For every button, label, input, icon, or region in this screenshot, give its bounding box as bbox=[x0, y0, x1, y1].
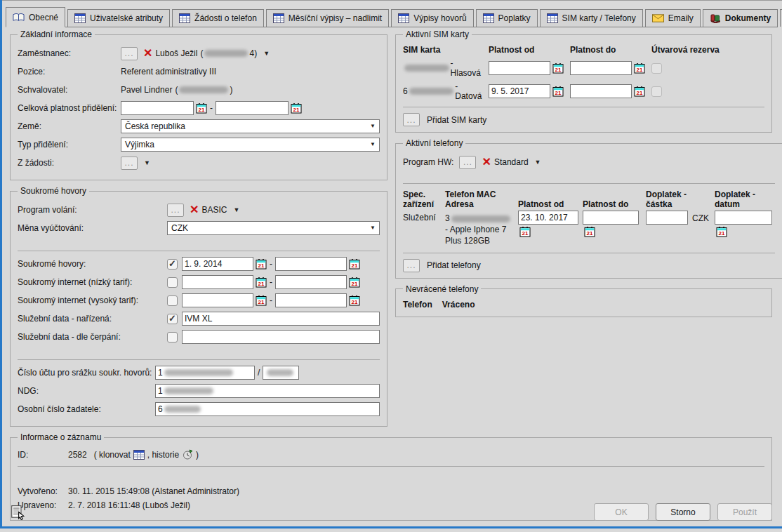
basic-info-section: Základní informace Zaměstnanec: ... ✕ Lu… bbox=[10, 29, 387, 180]
currency-select[interactable]: CZK ▼ bbox=[167, 221, 380, 235]
private-internet-low-to-input[interactable] bbox=[275, 275, 347, 289]
employee-label: Zaměstnanec: bbox=[18, 48, 121, 58]
from-request-dropdown-icon[interactable]: ▼ bbox=[144, 159, 150, 166]
calendar-icon[interactable] bbox=[519, 226, 531, 237]
calendar-icon[interactable] bbox=[256, 295, 267, 306]
personal-number-input[interactable]: 6 bbox=[155, 402, 380, 416]
private-calls-checkbox[interactable] bbox=[167, 259, 178, 270]
divider bbox=[18, 466, 764, 467]
tab-sim-karty-telefony[interactable]: SIM karty / Telefony bbox=[540, 9, 643, 27]
chevron-down-icon: ▼ bbox=[370, 124, 376, 129]
phone-surcharge-input[interactable] bbox=[646, 211, 688, 225]
calendar-icon[interactable] bbox=[716, 226, 727, 237]
hw-program-dropdown-icon[interactable]: ▼ bbox=[535, 159, 541, 166]
private-calls-label: Soukromé hovory: bbox=[18, 259, 167, 269]
account-label: Číslo účtu pro srážku soukr. hovorů: bbox=[18, 368, 155, 378]
call-program-remove-icon[interactable]: ✕ bbox=[190, 204, 199, 215]
employee-picker-button[interactable]: ... bbox=[121, 47, 138, 60]
phone-to-input[interactable] bbox=[583, 211, 639, 225]
document-cursor-icon[interactable] bbox=[10, 505, 25, 520]
tab-poplatky[interactable]: Poplatky bbox=[476, 9, 538, 27]
calendar-icon[interactable] bbox=[584, 226, 595, 237]
history-icon[interactable] bbox=[182, 449, 193, 460]
bank-code-input[interactable] bbox=[263, 366, 299, 380]
tab-uzivatelske-atributy[interactable]: Uživatelské atributy bbox=[67, 9, 170, 27]
employee-remove-icon[interactable]: ✕ bbox=[143, 48, 152, 59]
tab-zadosti-o-telefon[interactable]: Žádosti o telefon bbox=[172, 9, 264, 27]
private-calls-from-input[interactable] bbox=[182, 257, 253, 271]
personal-number-label: Osobní číslo žadatele: bbox=[18, 404, 155, 414]
assignment-type-label: Typ přidělení: bbox=[18, 140, 121, 149]
call-program-dropdown-icon[interactable]: ▼ bbox=[233, 206, 239, 213]
table-icon bbox=[547, 13, 558, 23]
calendar-icon[interactable] bbox=[349, 277, 360, 288]
mandatory-data-label: Služební data - nařízená: bbox=[18, 314, 167, 324]
add-phone-button[interactable]: ... bbox=[403, 259, 420, 272]
sim-from-input[interactable] bbox=[489, 61, 550, 75]
cancel-button[interactable]: Storno bbox=[656, 503, 710, 521]
phone-col-spec: Spec. zařízení bbox=[403, 189, 444, 211]
phone-surcharge-date-input[interactable] bbox=[715, 211, 772, 225]
tab-label: Dokumenty bbox=[725, 13, 771, 23]
range-separator: - bbox=[270, 277, 272, 287]
tab-dokumenty[interactable]: Dokumenty bbox=[703, 9, 778, 27]
account-number-input[interactable]: 1 bbox=[155, 366, 255, 380]
employee-name: Luboš Ježil bbox=[155, 48, 197, 58]
clone-icon[interactable] bbox=[133, 450, 145, 460]
consumption-data-checkbox[interactable] bbox=[167, 332, 178, 343]
calendar-icon[interactable] bbox=[349, 295, 360, 306]
add-sim-button[interactable]: ... bbox=[403, 113, 420, 126]
calendar-icon[interactable] bbox=[291, 102, 302, 114]
calendar-icon[interactable] bbox=[256, 258, 267, 270]
hw-program-remove-icon[interactable]: ✕ bbox=[482, 157, 491, 168]
position-row: Pozice: Referent administrativy III bbox=[18, 65, 380, 79]
tab-mesicni-vypisy[interactable]: Měsíční výpisy – nadlimit bbox=[266, 9, 389, 27]
employee-dropdown-icon[interactable]: ▼ bbox=[263, 50, 270, 57]
hw-program-picker-button[interactable]: ... bbox=[459, 156, 476, 169]
mandatory-data-input[interactable] bbox=[182, 312, 380, 326]
private-internet-high-label: Soukromý internet (vysoký tarif): bbox=[18, 295, 167, 305]
unreturned-phones-headers: Telefon Vráceno bbox=[403, 300, 764, 310]
tab-obecne[interactable]: Obecné bbox=[6, 7, 65, 27]
validity-from-input[interactable] bbox=[121, 101, 194, 115]
add-sim-row: ... Přidat SIM karty bbox=[403, 113, 764, 126]
calendar-icon[interactable] bbox=[634, 86, 645, 97]
ok-button[interactable]: OK bbox=[594, 503, 649, 521]
private-internet-low-from-input[interactable] bbox=[182, 275, 253, 289]
call-program-row: Program volání: ... ✕ BASIC ▼ bbox=[18, 203, 380, 217]
private-internet-high-checkbox[interactable] bbox=[167, 295, 178, 306]
ndg-input[interactable]: 1 bbox=[155, 384, 380, 398]
country-select[interactable]: Česká republika ▼ bbox=[121, 119, 380, 133]
sim-from-input[interactable] bbox=[489, 84, 550, 98]
calendar-icon[interactable] bbox=[552, 62, 564, 74]
calendar-icon[interactable] bbox=[256, 277, 267, 288]
validity-to-input[interactable] bbox=[216, 101, 289, 115]
sim-to-input[interactable] bbox=[570, 61, 632, 75]
assignment-type-select[interactable]: Výjimka ▼ bbox=[121, 138, 380, 152]
private-internet-low-row: Soukromý internet (nízký tarif): - bbox=[18, 275, 380, 289]
tab-emaily[interactable]: Emaily bbox=[645, 9, 701, 27]
calendar-icon[interactable] bbox=[634, 62, 645, 74]
calendar-icon[interactable] bbox=[349, 258, 360, 270]
tab-vypisy-hovoru[interactable]: Výpisy hovorů bbox=[391, 9, 473, 27]
divider bbox=[18, 359, 380, 360]
approver-number-redacted bbox=[179, 86, 228, 93]
divider bbox=[403, 253, 775, 253]
position-label: Pozice: bbox=[18, 67, 121, 77]
private-internet-high-from-input[interactable] bbox=[182, 293, 253, 307]
mandatory-data-checkbox[interactable] bbox=[167, 314, 178, 324]
private-calls-row: Soukromé hovory: - bbox=[18, 257, 380, 271]
calendar-icon[interactable] bbox=[196, 102, 207, 114]
private-calls-to-input[interactable] bbox=[275, 257, 347, 271]
phone-from-input[interactable] bbox=[518, 211, 578, 225]
sim-to-input[interactable] bbox=[570, 84, 632, 98]
consumption-data-input[interactable] bbox=[182, 330, 380, 344]
private-internet-low-checkbox[interactable] bbox=[167, 277, 178, 288]
call-program-picker-button[interactable]: ... bbox=[167, 204, 184, 217]
private-calls-section: Soukromé hovory Program volání: ... ✕ BA… bbox=[10, 186, 387, 427]
private-internet-high-to-input[interactable] bbox=[275, 293, 347, 307]
from-request-picker-button[interactable]: ... bbox=[121, 157, 138, 170]
calendar-icon[interactable] bbox=[552, 86, 564, 97]
consumption-data-label: Služební data - dle čerpání: bbox=[18, 332, 167, 342]
apply-button[interactable]: Použít bbox=[717, 503, 772, 521]
